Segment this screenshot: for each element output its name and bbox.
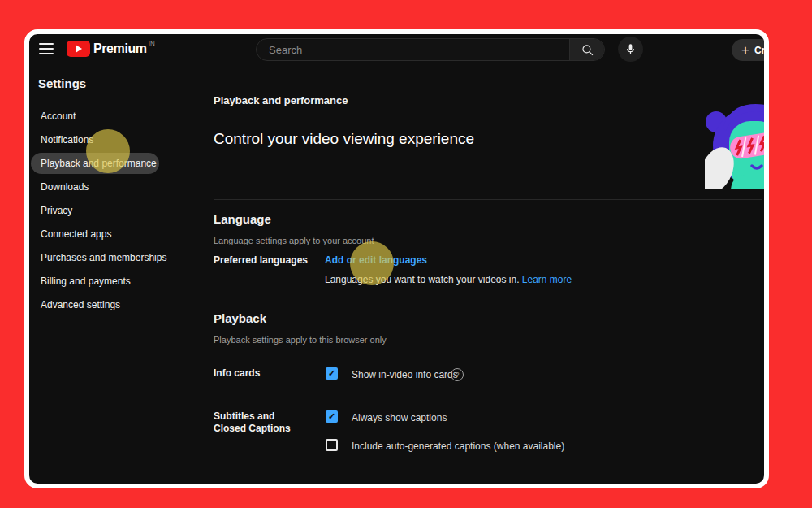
info-cards-option-label: Show in-video info cards — [352, 369, 458, 380]
check-icon: ✓ — [328, 412, 335, 421]
always-show-captions-label: Always show captions — [352, 412, 447, 423]
preferred-languages-label: Preferred languages — [214, 254, 308, 266]
info-cards-checkbox[interactable]: ✓ — [326, 367, 338, 380]
learn-more-link[interactable]: Learn more — [522, 274, 572, 285]
help-glyph: ? — [455, 371, 459, 379]
subtitles-label: Subtitles and Closed Captions — [214, 410, 304, 435]
sidebar-item-purchases-and-memberships[interactable]: Purchases and memberships — [31, 247, 159, 268]
auto-generated-captions-checkbox[interactable]: ✓ — [326, 439, 338, 451]
add-edit-languages-link[interactable]: Add or edit languages — [325, 254, 427, 266]
youtube-play-icon — [67, 41, 90, 57]
search-input[interactable] — [257, 39, 569, 60]
brand-name: Premium — [93, 41, 147, 56]
sidebar-item-connected-apps[interactable]: Connected apps — [31, 224, 159, 245]
search-bar — [256, 38, 605, 61]
help-icon[interactable]: ? — [451, 368, 464, 381]
always-show-captions-checkbox[interactable]: ✓ — [326, 410, 338, 423]
info-cards-label: Info cards — [214, 367, 260, 379]
sidebar-item-account[interactable]: Account — [31, 106, 159, 127]
check-icon: ✓ — [328, 369, 335, 378]
page-title: Playback and performance — [214, 94, 348, 106]
page-headline: Control your video viewing experience — [214, 130, 474, 148]
search-button[interactable] — [569, 39, 604, 60]
playback-section-title: Playback — [214, 311, 266, 325]
brand-region: IN — [149, 40, 155, 47]
sidebar-item-advanced-settings[interactable]: Advanced settings — [31, 294, 159, 315]
sidebar-item-downloads[interactable]: Downloads — [31, 176, 159, 198]
sidebar-item-privacy[interactable]: Privacy — [31, 200, 159, 221]
languages-description: Languages you want to watch your videos … — [325, 274, 572, 285]
mic-icon — [624, 43, 637, 55]
language-section-subtitle: Language settings apply to your account — [214, 236, 374, 245]
plus-icon: + — [741, 43, 749, 57]
sidebar-item-notifications[interactable]: Notifications — [31, 129, 159, 150]
languages-description-text: Languages you want to watch your videos … — [325, 274, 522, 285]
voice-search-button[interactable] — [618, 37, 643, 62]
create-button[interactable]: + Create — [732, 39, 769, 61]
auto-generated-captions-label: Include auto-generated captions (when av… — [352, 441, 564, 452]
app-window: Premium IN + Create Settings Account Not… — [24, 29, 769, 488]
section-divider — [214, 302, 762, 302]
language-section-title: Language — [214, 212, 271, 226]
playback-section-subtitle: Playback settings apply to this browser … — [214, 335, 387, 345]
settings-heading: Settings — [38, 76, 86, 90]
search-icon — [581, 43, 594, 57]
youtube-premium-logo[interactable]: Premium IN — [67, 41, 155, 57]
sidebar-item-playback-and-performance[interactable]: Playback and performance — [31, 153, 159, 174]
section-divider — [214, 199, 762, 200]
character-illustration — [705, 103, 769, 189]
hamburger-menu-icon[interactable] — [39, 43, 54, 54]
sidebar-item-billing-and-payments[interactable]: Billing and payments — [31, 271, 159, 292]
